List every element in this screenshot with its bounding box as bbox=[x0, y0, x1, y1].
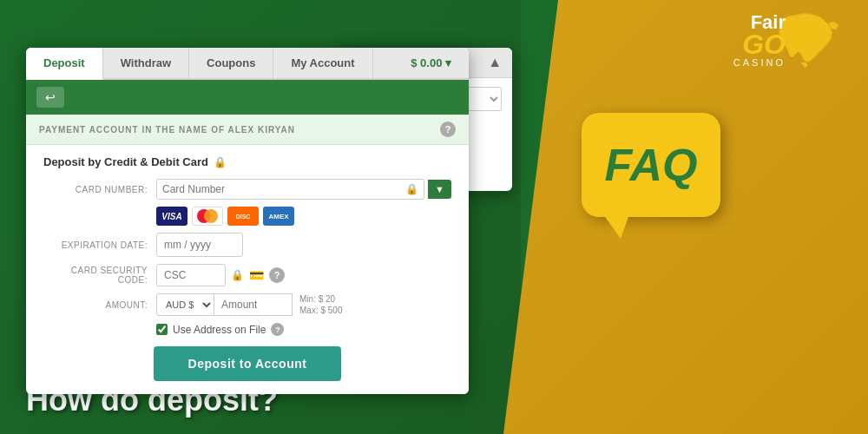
faq-bubble: FAQ bbox=[582, 113, 720, 217]
tab-my-account[interactable]: My Account bbox=[273, 48, 372, 78]
expiration-label: EXPIRATION DATE: bbox=[43, 240, 156, 250]
csc-card-icon: 💳 bbox=[249, 268, 264, 282]
visa-logo: VISA bbox=[156, 207, 187, 226]
csc-input[interactable] bbox=[156, 264, 226, 286]
card-number-wrapper: 🔒 bbox=[156, 179, 424, 200]
faq-text: FAQ bbox=[605, 139, 698, 191]
csc-row: CARD SECURITY CODE: 🔒 💳 ? bbox=[43, 264, 451, 286]
tab-balance[interactable]: $ 0.00 ▾ bbox=[393, 48, 469, 78]
amount-hint: Min: $ 20 Max: $ 500 bbox=[299, 293, 342, 316]
faq-bubble-shape: FAQ bbox=[582, 113, 720, 217]
mastercard-logo bbox=[192, 207, 223, 226]
tab-coupons[interactable]: Coupons bbox=[189, 48, 273, 78]
discover-logo: DISC bbox=[227, 207, 259, 226]
use-address-checkbox[interactable] bbox=[156, 324, 168, 335]
use-address-label: Use Address on File bbox=[173, 324, 266, 336]
use-address-row: Use Address on File ? bbox=[156, 323, 451, 336]
payment-header: PAYMENT ACCOUNT IN THE NAME OF ALEX KIRY… bbox=[26, 115, 469, 145]
svg-point-1 bbox=[204, 209, 218, 223]
payment-header-text: PAYMENT ACCOUNT IN THE NAME OF ALEX KIRY… bbox=[39, 125, 295, 135]
card-number-input[interactable] bbox=[162, 183, 405, 195]
amount-input[interactable] bbox=[214, 293, 293, 316]
card-number-label: CARD NUMBER: bbox=[43, 185, 156, 194]
csc-help-icon[interactable]: ? bbox=[269, 267, 285, 283]
csc-lock-icon: 🔒 bbox=[231, 269, 244, 281]
card-number-row: CARD NUMBER: 🔒 ▼ bbox=[43, 179, 451, 200]
logo-area: Fair GO casino bbox=[733, 13, 786, 68]
card-lock-icon: 🔒 bbox=[405, 183, 418, 195]
deposit-button[interactable]: Deposit to Account bbox=[154, 346, 342, 381]
address-help-icon[interactable]: ? bbox=[271, 323, 284, 336]
tab-withdraw[interactable]: Withdraw bbox=[103, 48, 189, 78]
logo-casino-text: casino bbox=[733, 57, 786, 68]
back-button[interactable]: ↩ bbox=[36, 87, 64, 108]
expiration-input[interactable] bbox=[156, 233, 243, 257]
card-logos: VISA DISC AMEX bbox=[156, 207, 451, 226]
amex-logo: AMEX bbox=[263, 207, 294, 226]
deposit-card: Deposit Withdraw Coupons My Account $ 0.… bbox=[26, 48, 469, 394]
expiration-row: EXPIRATION DATE: bbox=[43, 233, 451, 257]
tab-deposit[interactable]: Deposit bbox=[26, 48, 103, 80]
coupon-collapse-icon[interactable]: ▲ bbox=[488, 55, 502, 70]
form-area: Deposit by Credit & Debit Card 🔒 CARD NU… bbox=[26, 145, 469, 394]
csc-wrapper: 🔒 💳 ? bbox=[156, 264, 451, 286]
csc-label: CARD SECURITY CODE: bbox=[43, 266, 156, 285]
tabs-bar: Deposit Withdraw Coupons My Account $ 0.… bbox=[26, 48, 469, 80]
amount-row: AMOUNT: AUD $ Min: $ 20 Max: $ 500 bbox=[43, 293, 451, 316]
card-dropdown-button[interactable]: ▼ bbox=[428, 180, 451, 199]
logo-go-text: GO bbox=[733, 32, 786, 57]
currency-select[interactable]: AUD $ bbox=[156, 293, 214, 316]
deposit-title: Deposit by Credit & Debit Card 🔒 bbox=[43, 155, 451, 168]
amount-label: AMOUNT: bbox=[43, 300, 156, 310]
lock-icon: 🔒 bbox=[214, 156, 227, 168]
back-bar: ↩ bbox=[26, 80, 469, 115]
payment-info-icon[interactable]: ? bbox=[440, 122, 456, 137]
